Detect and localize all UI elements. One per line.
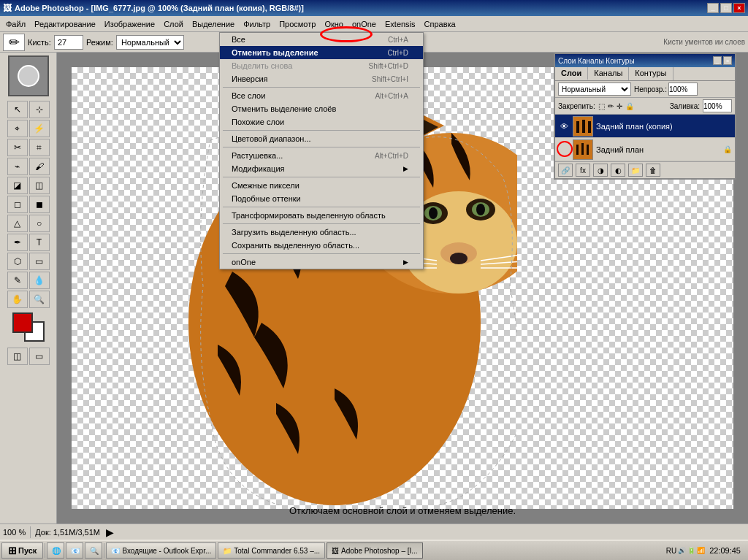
layers-window-controls[interactable]: _ × bbox=[713, 56, 732, 65]
menu-filter[interactable]: Фильтр bbox=[239, 18, 275, 30]
taskbar-outlook[interactable]: 📧 Входящие - Outlook Expr... bbox=[106, 542, 216, 559]
tab-paths[interactable]: Контуры bbox=[629, 67, 673, 80]
maximize-button[interactable]: □ bbox=[720, 3, 732, 13]
quicklaunch-2[interactable]: 📧 bbox=[66, 542, 83, 559]
tool-path[interactable]: ⬡ bbox=[7, 253, 28, 270]
opacity-input[interactable] bbox=[668, 83, 698, 96]
tool-eraser[interactable]: ◻ bbox=[7, 196, 28, 213]
menu-item-save[interactable]: Сохранить выделенную область... bbox=[220, 239, 423, 252]
onone-arrow: ▶ bbox=[403, 258, 408, 266]
menu-layer[interactable]: Слой bbox=[159, 18, 188, 30]
minimize-button[interactable]: _ bbox=[707, 3, 719, 13]
tool-dodge[interactable]: ○ bbox=[29, 215, 50, 232]
menu-window[interactable]: Окно bbox=[320, 18, 348, 30]
foreground-color[interactable] bbox=[12, 312, 33, 333]
window-controls[interactable]: _ □ × bbox=[707, 3, 745, 13]
menu-view[interactable]: Просмотр bbox=[275, 18, 320, 30]
tool-heal[interactable]: ⌁ bbox=[7, 158, 28, 175]
layers-title: Слои Каналы Контуры bbox=[558, 57, 635, 65]
layer-lock-icon: 🔒 bbox=[723, 145, 732, 153]
layer-eye-copy[interactable]: 👁 bbox=[558, 120, 570, 132]
tool-shape[interactable]: ▭ bbox=[29, 253, 50, 270]
layer-trash-btn[interactable]: 🗑 bbox=[646, 164, 660, 177]
color-boxes[interactable] bbox=[12, 312, 45, 342]
menu-extensis[interactable]: Extensis bbox=[381, 18, 420, 30]
layer-link-btn[interactable]: 🔗 bbox=[558, 164, 573, 177]
menu-item-all-layers[interactable]: Все слои Alt+Ctrl+A bbox=[220, 89, 423, 102]
layer-item-bg[interactable]: Задний план 🔒 bbox=[555, 138, 735, 161]
quicklaunch-ie[interactable]: 🌐 bbox=[47, 542, 64, 559]
tool-crop[interactable]: ✂ bbox=[7, 139, 28, 156]
close-button[interactable]: × bbox=[733, 3, 745, 13]
menu-item-all[interactable]: Все Ctrl+A bbox=[220, 33, 423, 46]
tab-channels[interactable]: Каналы bbox=[588, 67, 629, 80]
menu-image[interactable]: Изображение bbox=[100, 18, 159, 30]
selection-dropdown: Все Ctrl+A Отменить выделение Ctrl+D Выд… bbox=[219, 32, 424, 269]
fill-input[interactable] bbox=[703, 99, 732, 112]
menu-item-grow[interactable]: Смежные пиксели bbox=[220, 179, 423, 192]
lock-all[interactable]: 🔒 bbox=[625, 102, 634, 110]
tool-lasso[interactable]: ⌖ bbox=[7, 120, 28, 137]
start-button[interactable]: ⊞ Пуск bbox=[1, 542, 43, 559]
tool-select[interactable]: ↖ bbox=[7, 101, 28, 118]
tool-hand[interactable]: ✋ bbox=[7, 291, 28, 308]
menu-item-inverse[interactable]: Инверсия Shift+Ctrl+I bbox=[220, 72, 423, 85]
menu-item-deselect[interactable]: Отменить выделение Ctrl+D bbox=[220, 46, 423, 59]
menu-item-deselect-layers[interactable]: Отменить выделение слоёв bbox=[220, 102, 423, 115]
menu-selection[interactable]: Выделение bbox=[188, 18, 239, 30]
tool-pen[interactable]: ✒ bbox=[7, 234, 28, 251]
tool-fill[interactable]: ◼ bbox=[29, 196, 50, 213]
layer-mask-btn[interactable]: ◑ bbox=[593, 164, 608, 177]
sep-1 bbox=[223, 87, 420, 88]
layer-fx-btn[interactable]: fx bbox=[576, 164, 590, 177]
tool-blur[interactable]: △ bbox=[7, 215, 28, 232]
tool-notes[interactable]: ✎ bbox=[7, 272, 28, 289]
tab-layers[interactable]: Слои bbox=[555, 67, 588, 80]
menu-item-similar-layers[interactable]: Похожие слои bbox=[220, 115, 423, 129]
tool-slice[interactable]: ⌗ bbox=[29, 139, 50, 156]
tool-eyedropper[interactable]: 💧 bbox=[29, 272, 50, 289]
menu-item-onone[interactable]: onOne ▶ bbox=[220, 256, 423, 269]
lock-transparent[interactable]: ⬚ bbox=[598, 102, 605, 110]
taskbar-totalcmd[interactable]: 📁 Total Commander 6.53 –... bbox=[218, 542, 325, 559]
layer-item-copy[interactable]: 👁 Задний план (копия) bbox=[555, 115, 735, 138]
menu-item-similar[interactable]: Подобные оттенки bbox=[220, 192, 423, 205]
layer-folder-btn[interactable]: 📁 bbox=[628, 164, 643, 177]
title-bar: 🖼 Adobe Photoshop - [IMG_6777.jpg @ 100%… bbox=[0, 0, 748, 16]
status-arrow[interactable]: ▶ bbox=[106, 526, 114, 538]
menu-item-feather[interactable]: Растушевка... Alt+Ctrl+D bbox=[220, 149, 423, 162]
layers-close[interactable]: × bbox=[723, 56, 732, 65]
sep-4 bbox=[223, 177, 420, 177]
layer-eye-bg[interactable] bbox=[558, 144, 570, 156]
sep-6 bbox=[223, 223, 420, 224]
mode-select[interactable]: Нормальный bbox=[116, 35, 184, 50]
menu-file[interactable]: Файл bbox=[1, 18, 30, 30]
tool-quickmask[interactable]: ◫ bbox=[7, 348, 28, 365]
taskbar-photoshop[interactable]: 🖼 Adobe Photoshop – [I... bbox=[327, 542, 423, 559]
tool-screen[interactable]: ▭ bbox=[29, 348, 50, 365]
tool-brush[interactable]: 🖌 bbox=[29, 158, 50, 175]
tool-text[interactable]: T bbox=[29, 234, 50, 251]
tool-select2[interactable]: ⊹ bbox=[29, 101, 50, 118]
tool-history[interactable]: ◫ bbox=[29, 177, 50, 194]
tool-lasso2[interactable]: ⚡ bbox=[29, 120, 50, 137]
svg-point-8 bbox=[429, 207, 438, 219]
layer-name-copy: Задний план (копия) bbox=[596, 122, 732, 131]
quicklaunch-3[interactable]: 🔍 bbox=[85, 542, 102, 559]
lock-position[interactable]: ✛ bbox=[617, 102, 622, 110]
menu-edit[interactable]: Редактирование bbox=[30, 18, 100, 30]
layer-adj-btn[interactable]: ◐ bbox=[611, 164, 625, 177]
menu-item-load[interactable]: Загрузить выделенную область... bbox=[220, 226, 423, 239]
tool-zoom[interactable]: 🔍 bbox=[29, 291, 50, 308]
menu-item-transform[interactable]: Трансформировать выделенную область bbox=[220, 209, 423, 222]
menu-onone[interactable]: onOne bbox=[348, 18, 381, 30]
blending-mode-select[interactable]: Нормальный bbox=[558, 83, 631, 96]
tool-clone[interactable]: ◪ bbox=[7, 177, 28, 194]
menu-help[interactable]: Справка bbox=[420, 18, 460, 30]
menu-item-color-range[interactable]: Цветовой диапазон... bbox=[220, 132, 423, 145]
layers-minimize[interactable]: _ bbox=[713, 56, 722, 65]
menu-item-modify[interactable]: Модификация ▶ bbox=[220, 162, 423, 175]
menu-item-reselect[interactable]: Выделить снова Shift+Ctrl+D bbox=[220, 59, 423, 72]
opacity-control: Непрозр.: bbox=[634, 83, 698, 96]
lock-image[interactable]: ✏ bbox=[608, 102, 614, 110]
